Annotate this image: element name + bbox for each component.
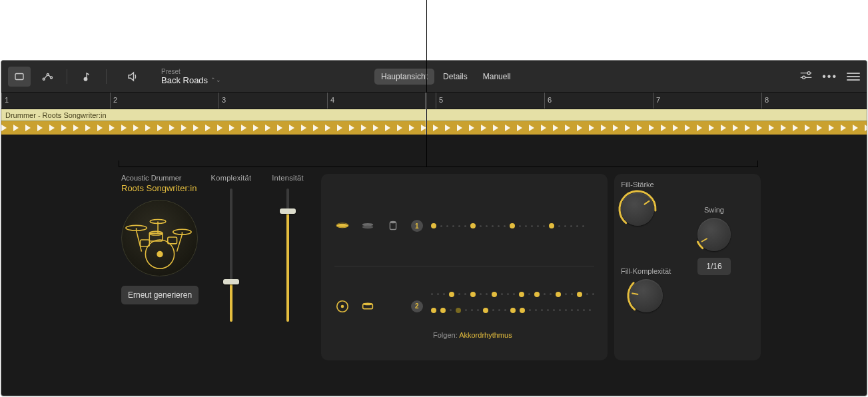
bar-marker: 5: [436, 93, 443, 109]
complexity-label: Komplexität: [208, 174, 254, 182]
bar-marker: 7: [653, 93, 660, 109]
view-automation-button[interactable]: [36, 67, 59, 87]
figure: Preset Back Roads⌃⌄ Hauptansicht Details…: [0, 0, 868, 397]
row2-instruments: [334, 298, 403, 314]
region-body[interactable]: document.write(Array.from({length:74}).m…: [1, 121, 867, 135]
row1-beats[interactable]: [431, 223, 594, 228]
intensity-slider[interactable]: Intensität: [264, 174, 311, 322]
tom-icon[interactable]: [385, 218, 401, 234]
preset-selector[interactable]: Preset Back Roads⌃⌄: [161, 68, 221, 85]
swing-value-button[interactable]: 1/16: [697, 258, 731, 275]
snare-icon[interactable]: [360, 298, 376, 314]
drummer-editor: Acoustic Drummer Roots Songwriter:in: [121, 174, 761, 360]
svg-point-12: [157, 252, 163, 257]
lane-number-1[interactable]: 1: [411, 220, 423, 232]
more-icon[interactable]: •••: [822, 71, 837, 83]
separator: [67, 69, 67, 84]
tab-details[interactable]: Details: [436, 69, 474, 85]
tab-manuell[interactable]: Manuell: [476, 69, 518, 85]
bar-marker: 2: [110, 93, 117, 109]
cymbal-icon[interactable]: [334, 218, 350, 234]
regenerate-button[interactable]: Erneut generieren: [121, 286, 199, 304]
bar-marker: 8: [761, 93, 769, 109]
svg-point-27: [626, 275, 667, 316]
preset-name: Back Roads: [161, 75, 208, 85]
style-panel: Acoustic Drummer Roots Songwriter:in: [121, 174, 321, 360]
bar-marker: 4: [327, 93, 334, 109]
row1-instruments: [334, 218, 403, 234]
volume-icon[interactable]: [121, 67, 144, 87]
toolbar-right: •••: [799, 71, 860, 83]
bar-marker: 1: [1, 93, 9, 109]
bar-marker: 6: [544, 93, 552, 109]
drummer-editor-window: Preset Back Roads⌃⌄ Hauptansicht Details…: [1, 60, 867, 396]
tab-hauptansicht[interactable]: Hauptansicht: [374, 69, 434, 85]
pattern-panel: 1: [321, 174, 608, 360]
svg-point-6: [803, 76, 805, 79]
svg-point-1: [43, 78, 45, 80]
pattern-row-2: 2 Folgen: Akkordrhythmus: [334, 266, 594, 346]
svg-point-4: [84, 77, 87, 81]
svg-point-25: [363, 302, 373, 305]
view-region-button[interactable]: [8, 67, 31, 87]
lane-number-2[interactable]: 2: [411, 300, 423, 312]
callout-line: [426, 0, 427, 67]
svg-point-21: [390, 221, 396, 224]
settings-icon[interactable]: [799, 71, 813, 83]
pattern-row-1: 1: [334, 186, 594, 266]
svg-point-19: [362, 226, 374, 229]
kick-icon[interactable]: [334, 298, 350, 314]
svg-point-5: [807, 71, 810, 74]
svg-point-28: [693, 214, 735, 255]
intensity-label: Intensität: [264, 174, 311, 182]
svg-point-23: [341, 304, 344, 308]
swing-knob[interactable]: Swing 1/16: [697, 206, 731, 275]
region-header[interactable]: Drummer - Roots Songwriter:in: [1, 109, 867, 121]
callout-bracket: [119, 167, 758, 167]
toolbar: Preset Back Roads⌃⌄ Hauptansicht Details…: [1, 61, 867, 93]
follow-text[interactable]: Folgen: Akkordrhythmus: [433, 331, 512, 339]
menu-icon[interactable]: [847, 71, 860, 83]
fill-complexity-knob[interactable]: Fill-Komplexität: [621, 267, 671, 312]
midi-notes-button[interactable]: [75, 67, 98, 87]
view-tabs: Hauptansicht Details Manuell: [374, 69, 520, 85]
updown-icon: ⌃⌄: [211, 77, 221, 83]
svg-point-26: [617, 189, 658, 230]
hihat-icon[interactable]: [360, 218, 376, 234]
timeline-ruler[interactable]: 1 2 3 4 5 6 7 8: [1, 93, 867, 109]
bar-marker: 3: [218, 93, 226, 109]
fill-swing-panel: Fill-Stärke Fill-Komplexität Swing: [614, 174, 761, 360]
tracks-area: 1 2 3 4 5 6 7 8 Drummer - Roots Songwrit…: [1, 93, 867, 135]
complexity-slider[interactable]: Komplexität: [208, 174, 254, 322]
svg-rect-0: [15, 73, 23, 79]
callout-line: [426, 67, 427, 167]
preset-label: Preset: [161, 68, 221, 75]
fill-strength-knob[interactable]: Fill-Stärke: [621, 181, 654, 226]
drum-kit-image[interactable]: [121, 200, 198, 276]
separator: [106, 69, 107, 84]
row2-beats[interactable]: [431, 292, 594, 313]
